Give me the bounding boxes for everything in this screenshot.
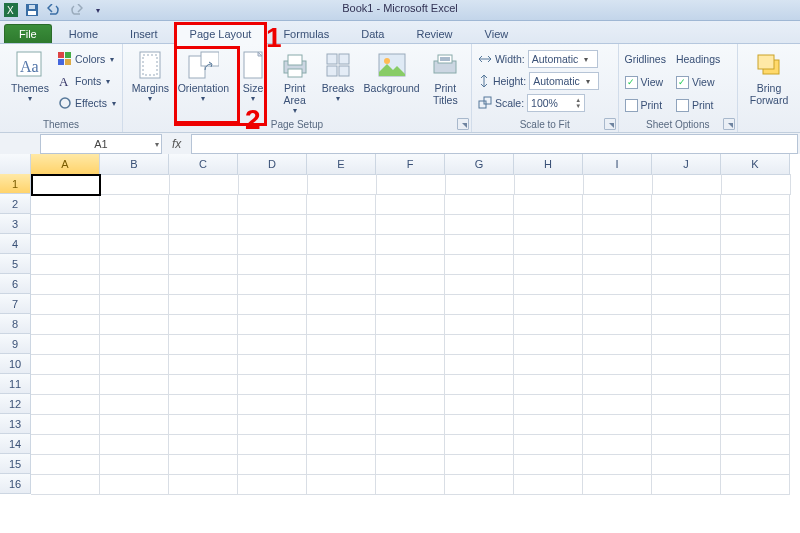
row-header[interactable]: 6 (0, 274, 31, 294)
cell[interactable] (169, 274, 238, 295)
cell[interactable] (721, 454, 790, 475)
row-header[interactable]: 4 (0, 234, 31, 254)
cell[interactable] (722, 174, 791, 195)
cell[interactable] (721, 234, 790, 255)
cell[interactable] (238, 334, 307, 355)
sheet-options-launcher[interactable] (723, 118, 735, 130)
cell[interactable] (445, 294, 514, 315)
cell[interactable] (31, 414, 100, 435)
cell[interactable] (446, 174, 515, 195)
tab-home[interactable]: Home (54, 24, 113, 43)
cell[interactable] (307, 394, 376, 415)
cell[interactable] (583, 334, 652, 355)
cell[interactable] (652, 354, 721, 375)
row-header[interactable]: 16 (0, 474, 31, 494)
cell[interactable] (652, 214, 721, 235)
print-area-button[interactable]: Print Area▾ (275, 47, 314, 115)
cell[interactable] (169, 314, 238, 335)
cell[interactable] (721, 354, 790, 375)
cell[interactable] (514, 334, 583, 355)
column-header-G[interactable]: G (445, 154, 514, 175)
row-header[interactable]: 8 (0, 314, 31, 334)
column-header-D[interactable]: D (238, 154, 307, 175)
cell[interactable] (514, 254, 583, 275)
cell[interactable] (307, 474, 376, 495)
cell[interactable] (307, 274, 376, 295)
cell[interactable] (514, 434, 583, 455)
cell[interactable] (376, 474, 445, 495)
column-header-C[interactable]: C (169, 154, 238, 175)
cell[interactable] (308, 174, 377, 195)
row-header[interactable]: 12 (0, 394, 31, 414)
cell[interactable] (307, 314, 376, 335)
cell[interactable] (377, 174, 446, 195)
redo-icon[interactable] (68, 2, 84, 18)
tab-view[interactable]: View (470, 24, 524, 43)
cell[interactable] (101, 174, 170, 195)
cell[interactable] (169, 294, 238, 315)
cell[interactable] (652, 454, 721, 475)
column-header-E[interactable]: E (307, 154, 376, 175)
cell[interactable] (169, 254, 238, 275)
cell[interactable] (169, 454, 238, 475)
cell[interactable] (169, 234, 238, 255)
cell[interactable] (583, 294, 652, 315)
cell[interactable] (721, 194, 790, 215)
cell[interactable] (238, 474, 307, 495)
cell[interactable] (238, 194, 307, 215)
cell[interactable] (445, 454, 514, 475)
row-header[interactable]: 3 (0, 214, 31, 234)
column-header-B[interactable]: B (100, 154, 169, 175)
breaks-button[interactable]: Breaks▾ (318, 47, 357, 103)
size-button[interactable]: Size▾ (235, 47, 271, 103)
cell[interactable] (238, 314, 307, 335)
row-header[interactable]: 11 (0, 374, 31, 394)
cell[interactable] (721, 414, 790, 435)
cell[interactable] (376, 194, 445, 215)
headings-view-checkbox[interactable]: ✓View (676, 72, 720, 92)
cell[interactable] (238, 354, 307, 375)
cell[interactable] (307, 294, 376, 315)
cell[interactable] (100, 274, 169, 295)
cell[interactable] (376, 394, 445, 415)
cell[interactable] (445, 314, 514, 335)
cell[interactable] (445, 254, 514, 275)
scale-launcher[interactable] (604, 118, 616, 130)
cell[interactable] (31, 214, 100, 235)
height-combo[interactable]: Automatic▾ (529, 72, 599, 90)
cell[interactable] (721, 394, 790, 415)
cell[interactable] (238, 294, 307, 315)
cell[interactable] (307, 234, 376, 255)
cell[interactable] (238, 274, 307, 295)
cell[interactable] (514, 454, 583, 475)
cell[interactable] (652, 394, 721, 415)
cell[interactable] (584, 174, 653, 195)
cell[interactable] (100, 394, 169, 415)
row-header[interactable]: 2 (0, 194, 31, 214)
cell[interactable] (583, 474, 652, 495)
cell[interactable] (514, 214, 583, 235)
cell[interactable] (307, 214, 376, 235)
background-button[interactable]: Background (362, 47, 422, 94)
themes-button[interactable]: Aa Themes ▾ (6, 47, 54, 103)
cell[interactable] (721, 374, 790, 395)
cell[interactable] (514, 354, 583, 375)
cell[interactable] (31, 374, 100, 395)
cell[interactable] (169, 414, 238, 435)
column-header-J[interactable]: J (652, 154, 721, 175)
cell[interactable] (169, 194, 238, 215)
cell[interactable] (445, 434, 514, 455)
cell[interactable] (721, 434, 790, 455)
cell[interactable] (514, 294, 583, 315)
cell[interactable] (238, 214, 307, 235)
cell[interactable] (583, 394, 652, 415)
cell[interactable] (170, 174, 239, 195)
cell[interactable] (721, 254, 790, 275)
cell[interactable] (445, 394, 514, 415)
cell[interactable] (100, 254, 169, 275)
cell[interactable] (514, 474, 583, 495)
cell[interactable] (721, 474, 790, 495)
cell[interactable] (100, 374, 169, 395)
cell[interactable] (31, 254, 100, 275)
cell[interactable] (100, 354, 169, 375)
